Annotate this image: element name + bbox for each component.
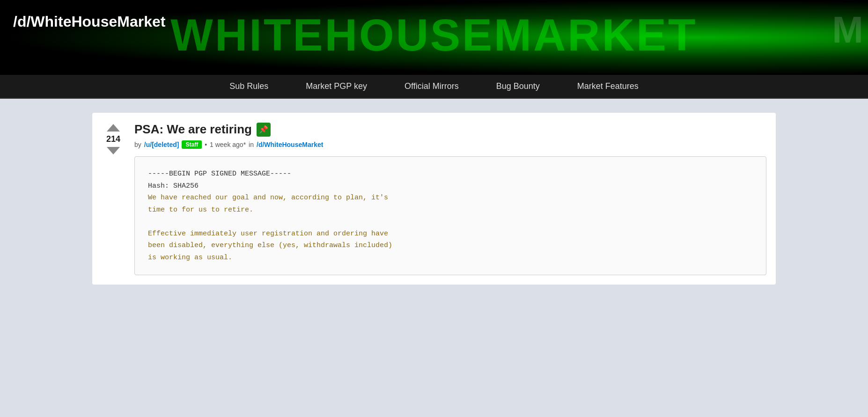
by-label: by xyxy=(134,141,141,148)
in-label: in xyxy=(249,141,254,148)
post-title-row: PSA: We are retiring 📌 xyxy=(134,122,766,137)
pin-icon: 📌 xyxy=(257,123,271,137)
downvote-button[interactable] xyxy=(107,147,120,154)
nav-market-features[interactable]: Market Features xyxy=(577,81,639,91)
author-link[interactable]: /u/[deleted] xyxy=(144,141,179,148)
page-content: 214 PSA: We are retiring 📌 by /u/[delete… xyxy=(83,99,785,299)
subreddit-link[interactable]: /d/WhiteHouseMarket xyxy=(257,141,323,148)
post-meta: by /u/[deleted] Staff • 1 week ago* in /… xyxy=(134,140,766,149)
nav-official-mirrors[interactable]: Official Mirrors xyxy=(405,81,459,91)
vote-section: 214 xyxy=(102,122,125,154)
nav-market-pgp-key[interactable]: Market PGP key xyxy=(306,81,367,91)
post-container: 214 PSA: We are retiring 📌 by /u/[delete… xyxy=(92,113,776,285)
vote-count: 214 xyxy=(106,133,120,145)
post-title: PSA: We are retiring xyxy=(134,122,252,137)
header-banner: WhiteHouseMarket /d/WhiteHouseMarket M xyxy=(0,0,868,75)
nav-sub-rules[interactable]: Sub Rules xyxy=(229,81,268,91)
nav-bar: Sub Rules Market PGP key Official Mirror… xyxy=(0,75,868,99)
bullet-separator: • xyxy=(205,141,207,148)
post-body: PSA: We are retiring 📌 by /u/[deleted] S… xyxy=(134,122,766,275)
staff-badge: Staff xyxy=(182,140,202,149)
upvote-button[interactable] xyxy=(107,124,120,132)
post-time: 1 week ago* xyxy=(210,141,246,148)
nav-bug-bounty[interactable]: Bug Bounty xyxy=(496,81,540,91)
subreddit-label: /d/WhiteHouseMarket xyxy=(13,13,165,30)
pgp-header-line1: -----BEGIN PGP SIGNED MESSAGE----- xyxy=(148,170,291,178)
post-content: -----BEGIN PGP SIGNED MESSAGE----- Hash:… xyxy=(148,168,753,263)
header-m-label: M xyxy=(832,8,863,51)
pgp-header-line2: Hash: SHA256 xyxy=(148,182,199,190)
post-content-box: -----BEGIN PGP SIGNED MESSAGE----- Hash:… xyxy=(134,156,766,275)
pgp-body: We have reached our goal and now, accord… xyxy=(148,194,392,262)
